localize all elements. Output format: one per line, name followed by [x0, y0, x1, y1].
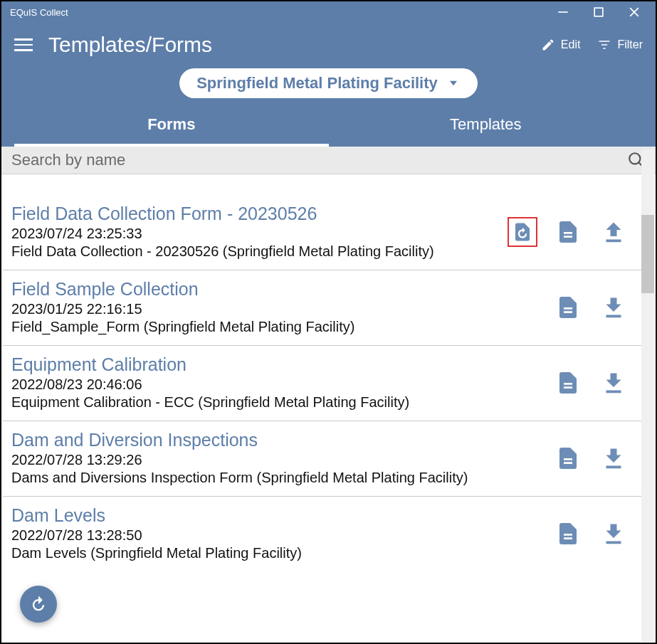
- tab-forms[interactable]: Forms: [14, 108, 329, 147]
- list-item[interactable]: Dam and Diversion Inspections 2022/07/28…: [3, 421, 641, 497]
- svg-rect-12: [606, 390, 621, 393]
- refresh-icon: [28, 594, 48, 614]
- svg-rect-18: [606, 541, 621, 544]
- document-icon[interactable]: [553, 519, 583, 549]
- tab-templates[interactable]: Templates: [329, 108, 643, 147]
- form-date: 2022/07/28 13:28:50: [11, 527, 553, 544]
- svg-rect-10: [564, 383, 572, 385]
- svg-rect-0: [558, 11, 567, 13]
- svg-rect-9: [606, 315, 621, 317]
- filter-icon: [597, 38, 611, 52]
- document-icon[interactable]: [553, 292, 583, 322]
- document-icon[interactable]: [553, 368, 583, 398]
- form-desc: Field Data Collection - 20230526 (Spring…: [11, 243, 508, 260]
- facility-name: Springfield Metal Plating Facility: [196, 74, 438, 93]
- forms-list: Field Data Collection Form - 20230526 20…: [3, 195, 641, 641]
- hamburger-menu-icon[interactable]: [14, 34, 36, 56]
- svg-rect-1: [594, 8, 603, 16]
- filter-label: Filter: [617, 38, 643, 51]
- page-title: Templates/Forms: [48, 33, 212, 57]
- list-item[interactable]: Field Data Collection Form - 20230526 20…: [3, 195, 641, 270]
- window-titlebar: EQuIS Collect: [1, 1, 656, 23]
- history-icon[interactable]: [508, 217, 537, 247]
- svg-rect-8: [564, 311, 572, 313]
- pencil-icon: [541, 38, 555, 52]
- list-item[interactable]: Dam Levels 2022/07/28 13:28:50 Dam Level…: [3, 497, 641, 571]
- filter-button[interactable]: Filter: [597, 38, 643, 52]
- form-date: 2023/07/24 23:25:33: [11, 226, 508, 242]
- form-title: Field Data Collection Form - 20230526: [11, 204, 508, 224]
- svg-rect-4: [564, 232, 572, 234]
- minimize-button[interactable]: [556, 5, 570, 19]
- facility-selector[interactable]: Springfield Metal Plating Facility: [179, 68, 478, 98]
- form-date: 2023/01/25 22:16:15: [11, 301, 553, 317]
- download-icon[interactable]: [599, 443, 629, 473]
- download-icon[interactable]: [599, 368, 629, 398]
- search-input[interactable]: [11, 151, 627, 169]
- form-date: 2022/08/23 20:46:06: [11, 376, 553, 393]
- window-title: EQuIS Collect: [7, 7, 68, 18]
- form-desc: Dam Levels (Springfield Metal Plating Fa…: [11, 545, 553, 561]
- search-bar: [1, 147, 656, 174]
- svg-rect-5: [564, 236, 572, 238]
- form-title: Equipment Calibration: [11, 354, 553, 375]
- document-icon[interactable]: [553, 217, 583, 247]
- svg-rect-14: [564, 462, 572, 464]
- form-desc: Field_Sample_Form (Springfield Metal Pla…: [11, 319, 553, 335]
- app-header: Templates/Forms Edit Filter Springfield …: [1, 23, 656, 147]
- refresh-fab[interactable]: [20, 586, 57, 623]
- svg-rect-17: [564, 537, 572, 539]
- svg-rect-7: [564, 307, 572, 310]
- list-item[interactable]: Field Sample Collection 2023/01/25 22:16…: [3, 270, 641, 346]
- dropdown-triangle-icon: [446, 76, 461, 90]
- svg-rect-13: [564, 458, 572, 460]
- svg-rect-15: [606, 465, 621, 468]
- svg-rect-16: [564, 534, 572, 536]
- form-title: Field Sample Collection: [11, 279, 553, 300]
- form-title: Dam and Diversion Inspections: [11, 430, 553, 450]
- close-button[interactable]: [627, 5, 641, 19]
- form-desc: Equipment Calibration - ECC (Springfield…: [11, 394, 553, 411]
- upload-icon[interactable]: [599, 217, 629, 247]
- edit-button[interactable]: Edit: [541, 38, 581, 52]
- document-icon[interactable]: [553, 443, 583, 473]
- svg-rect-6: [606, 239, 621, 242]
- form-date: 2022/07/28 13:29:26: [11, 452, 553, 468]
- download-icon[interactable]: [599, 519, 629, 549]
- form-title: Dam Levels: [11, 505, 553, 526]
- edit-label: Edit: [561, 38, 581, 51]
- form-desc: Dams and Diversions Inspection Form (Spr…: [11, 470, 553, 486]
- download-icon[interactable]: [599, 292, 629, 322]
- list-item[interactable]: Equipment Calibration 2022/08/23 20:46:0…: [3, 346, 641, 421]
- svg-point-2: [629, 153, 640, 164]
- maximize-button[interactable]: [592, 5, 606, 19]
- svg-rect-11: [564, 386, 572, 389]
- scrollbar-thumb[interactable]: [641, 215, 654, 293]
- tabs: Forms Templates: [14, 108, 643, 147]
